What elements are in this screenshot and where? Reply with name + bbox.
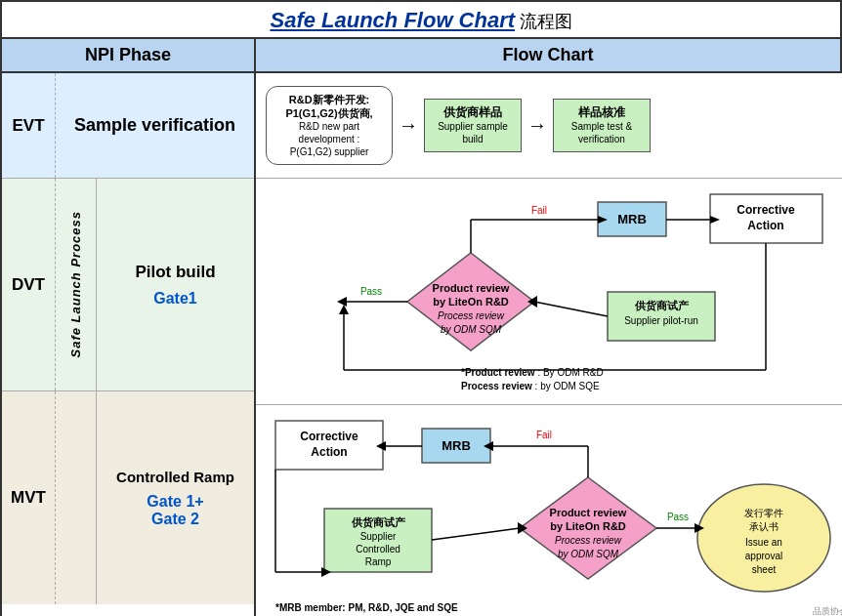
svg-text:承认书: 承认书 <box>749 521 779 532</box>
mvt-flow-svg: Corrective Action MRB 供货商试产 Supplier Con… <box>266 411 842 616</box>
mvt-ramp: Controlled Ramp <box>116 469 234 485</box>
evt-desc: Sample verification <box>56 73 254 178</box>
svg-text:Corrective: Corrective <box>300 430 358 443</box>
header-flowchart: Flow Chart <box>256 39 840 71</box>
svg-marker-29 <box>339 305 349 314</box>
svg-text:by ODM SQM: by ODM SQM <box>558 549 619 559</box>
svg-text:供货商试产: 供货商试产 <box>351 516 405 528</box>
mvt-code: MVT <box>2 391 56 604</box>
evt-box3-en: Sample test & verification <box>564 120 640 145</box>
svg-text:Corrective: Corrective <box>737 203 795 217</box>
svg-text:Pass: Pass <box>360 286 382 297</box>
svg-text:by ODM SQM: by ODM SQM <box>441 324 502 335</box>
svg-line-19 <box>534 302 608 316</box>
evt-box1-en: R&D new part development : P(G1,G2) supp… <box>276 120 382 158</box>
svg-text:*Product review
            : : *Product review : By ODM R&D <box>461 367 604 378</box>
evt-left: EVT Sample verification <box>2 73 254 179</box>
dvt-pilot: Pilot build <box>135 263 215 282</box>
dvt-gate: Gate1 <box>153 290 196 308</box>
svg-text:sheet: sheet <box>752 564 777 575</box>
svg-text:Supplier: Supplier <box>360 531 397 542</box>
dvt-left: DVT Safe Launch Process Pilot build Gate… <box>2 179 254 391</box>
svg-text:Product review: Product review <box>433 282 510 294</box>
svg-text:*MRB member: PM, R&D, JQE and : *MRB member: PM, R&D, JQE and SQE <box>275 602 458 613</box>
mvt-gate: Gate 1+ Gate 2 <box>147 493 203 528</box>
svg-line-60 <box>432 528 520 540</box>
evt-code: EVT <box>2 73 56 178</box>
arrow2: → <box>527 114 547 137</box>
svg-text:Product review: Product review <box>550 507 627 518</box>
right-content: R&D新零件开发: P1(G1,G2)供货商, R&D new part dev… <box>256 73 842 616</box>
evt-box1: R&D新零件开发: P1(G1,G2)供货商, R&D new part dev… <box>266 86 393 166</box>
svg-text:by LiteOn R&D: by LiteOn R&D <box>433 296 509 308</box>
svg-text:Fail: Fail <box>536 430 552 440</box>
svg-text:Issue an: Issue an <box>745 537 782 548</box>
mvt-left: MVT Controlled Ramp Gate 1+ Gate 2 <box>2 391 254 604</box>
svg-text:approval: approval <box>745 551 782 561</box>
main-container: Safe Launch Flow Chart 流程图 NPI Phase Flo… <box>0 0 842 616</box>
header-row: NPI Phase Flow Chart <box>2 39 840 73</box>
arrow1: → <box>399 114 418 137</box>
dvt-section: 供货商试产 Supplier pilot-run Product review … <box>256 179 842 405</box>
svg-marker-22 <box>337 297 347 307</box>
header-npi: NPI Phase <box>2 39 256 71</box>
safe-launch-label: Safe Launch Process <box>68 211 83 358</box>
svg-text:Action: Action <box>747 219 783 232</box>
watermark: 品质协会 www.PinZhi.org <box>793 605 842 616</box>
svg-text:by LiteOn R&D: by LiteOn R&D <box>550 520 626 532</box>
mvt-section: Corrective Action MRB 供货商试产 Supplier Con… <box>256 405 842 616</box>
evt-flow: R&D新零件开发: P1(G1,G2)供货商, R&D new part dev… <box>266 86 842 166</box>
title-cn: 流程图 <box>520 12 572 31</box>
evt-box2-en: Supplier sample build <box>435 120 511 145</box>
left-panel: EVT Sample verification DVT Safe Launch … <box>2 73 256 616</box>
svg-text:Process review: Process review <box>438 310 505 321</box>
safe-launch-band-mvt <box>56 391 97 604</box>
svg-text:Pass: Pass <box>667 512 689 522</box>
svg-text:Action: Action <box>311 445 347 459</box>
title-bar: Safe Launch Flow Chart 流程图 <box>2 2 840 39</box>
svg-text:Supplier pilot-run: Supplier pilot-run <box>624 315 698 326</box>
dvt-desc: Pilot build Gate1 <box>97 179 254 390</box>
svg-text:MRB: MRB <box>617 212 647 226</box>
dvt-code: DVT <box>2 179 56 390</box>
evt-box1-cn: R&D新零件开发: P1(G1,G2)供货商, <box>276 93 382 121</box>
dvt-flow-svg: 供货商试产 Supplier pilot-run Product review … <box>266 185 842 394</box>
logo-text: 品质协会 <box>793 605 842 616</box>
svg-text:发行零件: 发行零件 <box>744 508 783 518</box>
evt-box3: 样品核准 Sample test & verification <box>553 99 651 153</box>
title-en: Safe Launch Flow Chart <box>270 8 515 32</box>
safe-launch-band: Safe Launch Process <box>56 179 97 390</box>
mvt-desc: Controlled Ramp Gate 1+ Gate 2 <box>97 391 254 604</box>
content-area: EVT Sample verification DVT Safe Launch … <box>2 73 840 616</box>
evt-box2: 供货商样品 Supplier sample build <box>424 99 522 153</box>
svg-text:Process review
            : b: Process review : by ODM SQE <box>461 381 600 391</box>
evt-section: R&D新零件开发: P1(G1,G2)供货商, R&D new part dev… <box>256 73 842 179</box>
evt-box3-cn: 样品核准 <box>564 105 640 121</box>
svg-text:Fail: Fail <box>531 205 547 216</box>
evt-name: Sample verification <box>74 115 235 136</box>
svg-text:Controlled: Controlled <box>356 544 400 554</box>
svg-text:Process review: Process review <box>555 535 622 546</box>
evt-box2-cn: 供货商样品 <box>435 105 511 121</box>
svg-text:MRB: MRB <box>442 438 471 453</box>
svg-text:Ramp: Ramp <box>365 556 392 567</box>
svg-text:供货商试产: 供货商试产 <box>634 300 689 311</box>
